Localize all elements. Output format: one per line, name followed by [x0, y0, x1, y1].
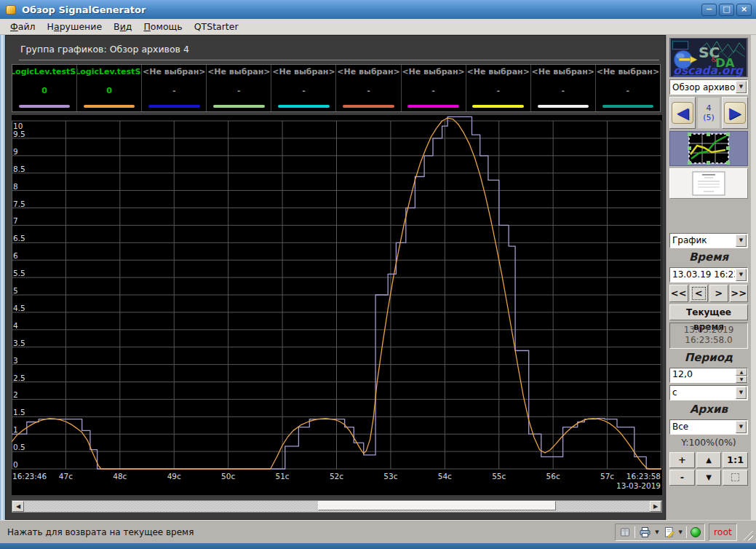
legend-item-value: -: [562, 76, 565, 105]
trend-chart[interactable]: 16:23:4647с48с49с50с51с52с53с54с55с56с57…: [12, 115, 662, 495]
messages-icon[interactable]: [619, 526, 631, 538]
chevron-down-icon[interactable]: ▼: [736, 387, 747, 399]
minimize-button[interactable]: −: [701, 4, 717, 16]
fast-forward-button[interactable]: >>: [730, 285, 749, 302]
legend-item-5[interactable]: <Не выбран>-: [271, 65, 336, 111]
status-message[interactable]: Нажать для возврата на текущее время: [7, 527, 194, 537]
legend-item-4[interactable]: <Не выбран>-: [207, 65, 271, 111]
svg-text:5: 5: [13, 286, 18, 295]
legend-item-value: 0: [41, 76, 47, 105]
app-window: Обзор SignalGenerator − □ × ФайлНарушени…: [0, 0, 756, 549]
view-thumbnail-document[interactable]: [669, 168, 748, 199]
shift-down-button[interactable]: ▼: [696, 470, 722, 486]
legend-item-3[interactable]: <Не выбран>-: [142, 65, 207, 111]
spin-up-icon[interactable]: ▲: [736, 368, 747, 376]
current-time-button[interactable]: Текущее время: [669, 304, 748, 320]
scale-one-to-one-button[interactable]: 1:1: [723, 452, 748, 468]
zoom-in-button[interactable]: +: [669, 452, 695, 468]
chevron-down-icon[interactable]: ▼: [736, 421, 747, 433]
menu-item-3[interactable]: Вид: [108, 20, 138, 33]
svg-text:3: 3: [13, 356, 18, 365]
current-time-display: 13.03.2019 16:23:58.0: [669, 323, 748, 349]
zoom-select-button[interactable]: [723, 470, 748, 486]
legend-item-6[interactable]: <Не выбран>-: [336, 65, 401, 111]
chevron-down-icon[interactable]: ▼: [736, 234, 747, 247]
next-page-button[interactable]: ▶: [722, 97, 748, 129]
fast-back-button[interactable]: <<: [669, 285, 688, 302]
period-unit-select[interactable]: с ▼: [669, 385, 748, 400]
menu-item-4[interactable]: Помощь: [138, 20, 188, 33]
legend-item-value: -: [626, 76, 630, 105]
menu-item-5[interactable]: QTStarter: [188, 20, 244, 33]
period-spinbox[interactable]: 12,0 ▲ ▼: [669, 368, 748, 383]
legend-item-name: LogicLev.testSi: [77, 67, 142, 76]
menu-bar: ФайлНарушениеВидПомощьQTStarter: [0, 19, 756, 35]
maximize-button[interactable]: □: [719, 4, 734, 16]
svg-text:4: 4: [13, 321, 18, 330]
legend-item-name: <Не выбран>: [597, 67, 659, 76]
legend-item-1[interactable]: LogicLev.testSi0: [12, 65, 77, 111]
resize-grip[interactable]: [743, 531, 753, 541]
back-button[interactable]: <: [690, 285, 709, 302]
chart-wrap: 16:23:4647с48с49с50с51с52с53с54с55с56с57…: [12, 115, 661, 498]
legend-item-9[interactable]: <Не выбран>-: [531, 65, 596, 111]
svg-text:50с: 50с: [221, 472, 235, 481]
title-bar[interactable]: Обзор SignalGenerator − □ ×: [0, 0, 756, 19]
chevron-down-icon[interactable]: ▼: [736, 81, 747, 93]
legend-item-2[interactable]: LogicLev.testSi0: [77, 65, 142, 111]
status-icon-tray: ▼ ▼: [615, 524, 705, 541]
menu-item-1[interactable]: Файл: [4, 20, 41, 33]
svg-text:1.5: 1.5: [13, 408, 25, 416]
export-dropdown-icon[interactable]: ▼: [679, 529, 683, 535]
print-icon[interactable]: [639, 526, 651, 538]
tray-separator: [634, 526, 635, 538]
scroll-left-icon[interactable]: ◀: [12, 501, 24, 512]
menu-item-2[interactable]: Нарушение: [41, 20, 108, 33]
user-label[interactable]: root: [709, 524, 737, 541]
svg-text:3.5: 3.5: [13, 339, 25, 347]
item-select[interactable]: График ▼: [669, 233, 748, 248]
svg-text:0: 0: [13, 460, 18, 469]
scrollbar-thumb[interactable]: [318, 501, 556, 510]
svg-text:6.5: 6.5: [13, 234, 25, 242]
time-select[interactable]: 13.03.19 16:23:58 ▼: [669, 267, 748, 283]
legend-item-value: -: [172, 76, 176, 105]
y-scale-label: Y:100%(0%): [669, 437, 748, 450]
time-scrollbar[interactable]: ◀ ▶: [12, 500, 662, 513]
logo-site: oscada.org: [673, 64, 744, 77]
close-button[interactable]: ×: [736, 4, 752, 16]
export-icon[interactable]: [663, 526, 675, 538]
legend-color-bar-icon: [538, 105, 589, 108]
group-title: Группа графиков: Обзор архивов 4: [12, 42, 661, 58]
view-thumbnail-trend[interactable]: [669, 131, 748, 166]
status-bar: Нажать для возврата на текущее время ▼: [0, 520, 756, 543]
archive-select[interactable]: Все ▼: [669, 419, 748, 435]
forward-button[interactable]: >: [709, 285, 728, 302]
svg-text:9: 9: [13, 147, 18, 156]
status-led-icon[interactable]: [691, 527, 701, 537]
scroll-right-icon[interactable]: ▶: [650, 501, 661, 512]
legend-item-name: <Не выбран>: [207, 67, 270, 76]
group-separator: [19, 60, 659, 60]
svg-text:54с: 54с: [438, 472, 452, 481]
view-select[interactable]: Обзор архивов 4 ▼: [669, 79, 748, 95]
legend-item-8[interactable]: <Не выбран>-: [466, 65, 531, 111]
spin-down-icon[interactable]: ▼: [736, 376, 747, 383]
shift-up-button[interactable]: ▲: [696, 452, 722, 468]
trend-thumbnail-icon: [688, 133, 730, 165]
legend-item-7[interactable]: <Не выбран>-: [402, 65, 466, 111]
chevron-down-icon[interactable]: ▼: [736, 269, 747, 281]
svg-text:57с: 57с: [600, 472, 614, 481]
svg-text:5.5: 5.5: [13, 269, 25, 277]
scrollbar-track[interactable]: [24, 501, 650, 512]
legend-color-bar-icon: [407, 105, 459, 108]
legend-item-value: -: [496, 76, 500, 105]
current-date-value: 13.03.2019: [670, 325, 747, 335]
svg-text:0.5: 0.5: [13, 443, 25, 451]
print-dropdown-icon[interactable]: ▼: [655, 529, 658, 535]
prev-page-button[interactable]: ◀: [669, 97, 696, 129]
legend-item-value: -: [431, 76, 435, 105]
legend-item-10[interactable]: <Не выбран>-: [596, 65, 660, 111]
zoom-out-button[interactable]: -: [669, 470, 695, 486]
legend-color-bar-icon: [278, 105, 330, 108]
